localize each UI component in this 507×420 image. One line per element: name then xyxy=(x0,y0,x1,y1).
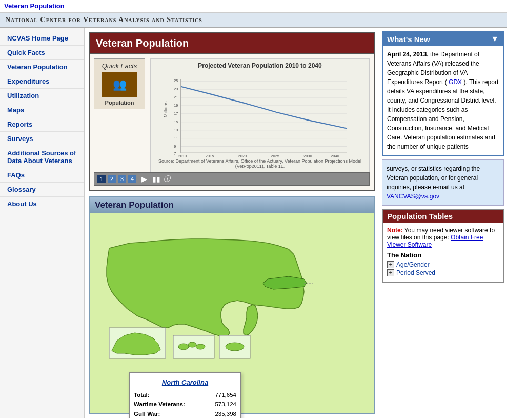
whats-new-date: April 24, 2013, xyxy=(387,51,429,58)
nc-gulfwar-value: 235,398 xyxy=(215,409,236,418)
scroll-indicator: ▼ xyxy=(491,34,499,44)
expand-icon-age: + xyxy=(387,261,394,268)
whats-new-title: What's New xyxy=(387,35,430,44)
svg-text:Millions: Millions xyxy=(163,101,168,117)
slide-3[interactable]: 3 xyxy=(118,175,126,183)
svg-text:2040: 2040 xyxy=(331,154,339,158)
map-body[interactable]: North Carolina Total: 771,654 Wartime Ve… xyxy=(90,213,374,413)
map-section: Veteran Population xyxy=(89,196,375,414)
population-tables-box: Population Tables Note: You may need vie… xyxy=(382,209,504,283)
slide-play[interactable]: ▶ xyxy=(141,175,147,183)
svg-text:25: 25 xyxy=(174,78,178,83)
sidebar-item-surveys[interactable]: Surveys xyxy=(0,132,84,146)
contact-text: surveys, or statistics regarding the Vet… xyxy=(387,165,480,191)
vp-inner: Quick Facts 👥 Population Projected Veter… xyxy=(89,54,375,191)
quick-facts-left[interactable]: Quick Facts 👥 Population xyxy=(94,58,145,109)
top-title-bar: Veteran Population xyxy=(0,0,507,13)
svg-text:2030: 2030 xyxy=(303,154,312,158)
main-content: Veteran Population Quick Facts 👥 Populat… xyxy=(85,28,379,418)
right-panel: What's New ▼ April 24, 2013, the Departm… xyxy=(379,28,507,418)
svg-point-32 xyxy=(196,344,205,349)
whats-new-header: What's New ▼ xyxy=(383,32,503,46)
nc-total-value: 771,654 xyxy=(215,390,236,399)
svg-text:2020: 2020 xyxy=(238,154,247,158)
nc-total-row: Total: 771,654 xyxy=(134,390,236,399)
svg-point-34 xyxy=(226,343,244,351)
nc-wartime-label: Wartime Veterans: xyxy=(134,399,185,409)
sidebar-item-quickfacts[interactable]: Quick Facts xyxy=(0,46,84,60)
chart-title: Projected Veteran Population 2010 to 204… xyxy=(154,62,366,69)
contact-section: surveys, or statistics regarding the Vet… xyxy=(382,159,504,206)
sidebar: NCVAS Home Page Quick Facts Veteran Popu… xyxy=(0,28,85,418)
map-header: Veteran Population xyxy=(90,197,374,213)
svg-text:11: 11 xyxy=(174,136,178,141)
age-gender-expand[interactable]: + Age/Gender xyxy=(387,261,499,268)
sidebar-item-utilization[interactable]: Utilization xyxy=(0,89,84,103)
sidebar-item-additional[interactable]: Additional Sources of Data About Veteran… xyxy=(0,146,84,168)
sidebar-item-expenditures[interactable]: Expenditures xyxy=(0,74,84,89)
svg-text:21: 21 xyxy=(174,95,178,99)
nc-wartime-value: 573,124 xyxy=(215,399,236,409)
sidebar-item-glossary[interactable]: Glossary xyxy=(0,183,84,197)
nc-total-label: Total: xyxy=(134,390,149,399)
whats-new-gdx-link[interactable]: GDX xyxy=(449,78,462,86)
sidebar-item-maps[interactable]: Maps xyxy=(0,103,84,117)
svg-text:19: 19 xyxy=(174,103,178,108)
svg-text:2015: 2015 xyxy=(206,154,214,158)
chart-svg: Millions 25 23 21 19 17 15 13 11 9 xyxy=(154,71,366,158)
pop-tables-content: Note: You may need viewer software to vi… xyxy=(383,223,503,282)
slide-pause[interactable]: ▮▮ xyxy=(152,175,160,183)
sidebar-item-faqs[interactable]: FAQs xyxy=(0,168,84,183)
svg-text:9: 9 xyxy=(174,144,176,149)
expand-icon-period: + xyxy=(387,269,394,276)
svg-text:2010: 2010 xyxy=(178,154,187,158)
sidebar-item-reports[interactable]: Reports xyxy=(0,117,84,132)
nc-wartime-row: Wartime Veterans: 573,124 xyxy=(134,399,236,409)
nc-popup-title: North Carolina xyxy=(134,377,236,388)
chart-source: Source: Department of Veterans Affairs, … xyxy=(154,158,366,169)
the-nation-heading: The Nation xyxy=(387,251,499,259)
quick-facts-box: Quick Facts 👥 Population Projected Veter… xyxy=(94,58,370,172)
slide-1[interactable]: 1 xyxy=(97,175,106,183)
period-served-label: Period Served xyxy=(396,269,435,276)
top-title-link[interactable]: Veteran Population xyxy=(4,2,65,10)
svg-text:13: 13 xyxy=(174,128,178,132)
slide-4[interactable]: 4 xyxy=(128,175,136,183)
chart-area: Projected Veteran Population 2010 to 204… xyxy=(150,58,370,172)
whats-new-content[interactable]: April 24, 2013, the Department of Vetera… xyxy=(383,46,503,155)
qf-icon-glyph: 👥 xyxy=(113,78,127,91)
svg-text:2025: 2025 xyxy=(271,154,279,158)
qf-icon: 👥 xyxy=(102,72,137,97)
svg-text:23: 23 xyxy=(174,87,178,91)
slide-info[interactable]: ⓘ xyxy=(164,174,170,184)
whats-new-box: What's New ▼ April 24, 2013, the Departm… xyxy=(382,31,504,156)
pop-tables-header: Population Tables xyxy=(383,210,503,223)
vp-banner-title: Veteran Population xyxy=(89,32,375,54)
nc-gulfwar-label: Gulf War: xyxy=(134,409,160,418)
us-map-svg[interactable] xyxy=(94,217,330,361)
slideshow-controls: 1 2 3 4 ▶ ▮▮ ⓘ xyxy=(94,172,370,186)
slide-2[interactable]: 2 xyxy=(108,175,116,183)
nc-popup: North Carolina Total: 771,654 Wartime Ve… xyxy=(129,372,241,418)
note-label: Note: xyxy=(387,227,403,234)
svg-text:17: 17 xyxy=(174,111,178,116)
vp-top-section: Veteran Population Quick Facts 👥 Populat… xyxy=(89,32,375,191)
svg-point-31 xyxy=(188,342,196,347)
svg-text:15: 15 xyxy=(174,119,178,124)
age-gender-label: Age/Gender xyxy=(396,261,430,268)
period-served-expand[interactable]: + Period Served xyxy=(387,269,499,276)
svg-point-30 xyxy=(178,344,189,350)
svg-text:7: 7 xyxy=(174,151,176,156)
contact-email[interactable]: VANCVAS@va.gov xyxy=(387,193,439,200)
sidebar-item-aboutus[interactable]: About Us xyxy=(0,197,84,211)
nc-gulfwar-row: Gulf War: 235,398 xyxy=(134,409,236,418)
whats-new-text2: ). This report details VA expenditures a… xyxy=(387,78,498,150)
sidebar-item-home[interactable]: NCVAS Home Page xyxy=(0,31,84,46)
qf-title: Quick Facts xyxy=(97,62,141,70)
sidebar-item-vetpop[interactable]: Veteran Population xyxy=(0,60,84,74)
site-header: National Center for Veterans Analysis an… xyxy=(0,13,507,28)
qf-label: Population xyxy=(97,99,141,106)
